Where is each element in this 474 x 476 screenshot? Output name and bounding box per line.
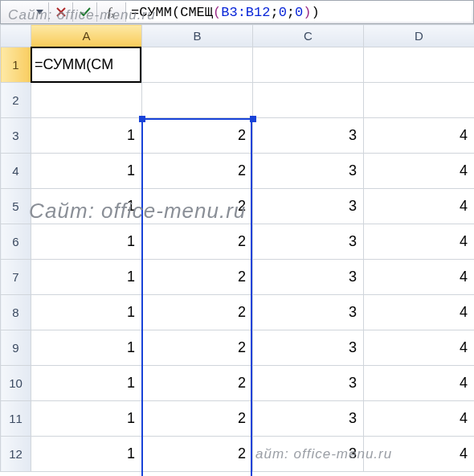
column-header-B[interactable]: B <box>142 25 253 47</box>
formula-range-ref: B3:B12 <box>221 5 270 20</box>
row-8: 8 1 2 3 4 <box>1 295 475 330</box>
cell-C9[interactable]: 3 <box>253 330 364 366</box>
cell-A5[interactable]: 1 <box>31 189 142 224</box>
cell-C3[interactable]: 3 <box>253 118 364 154</box>
cell-C5[interactable]: 3 <box>253 189 364 224</box>
cell-C1[interactable] <box>253 47 364 83</box>
formula-input[interactable]: =СУММ(СМЕЩ(B3:B12;0;0)) <box>126 2 472 22</box>
formula-paren: ( <box>213 5 221 20</box>
cell-D11[interactable]: 4 <box>364 401 475 437</box>
formula-sep: ; <box>287 5 295 20</box>
cell-B9[interactable]: 2 <box>142 330 253 366</box>
row-9: 9 1 2 3 4 <box>1 330 475 366</box>
cell-A4[interactable]: 1 <box>31 154 142 189</box>
cell-C7[interactable]: 3 <box>253 260 364 295</box>
cell-D8[interactable]: 4 <box>364 295 475 330</box>
cell-A11[interactable]: 1 <box>31 401 142 437</box>
row-header-9[interactable]: 9 <box>1 330 31 366</box>
cancel-formula-button[interactable] <box>49 2 73 22</box>
column-header-row: A B C D <box>1 25 475 47</box>
fx-icon: fx <box>108 6 115 19</box>
formula-text: =СУММ(СМЕЩ <box>131 5 213 20</box>
cell-D6[interactable]: 4 <box>364 224 475 260</box>
cell-D10[interactable]: 4 <box>364 366 475 401</box>
cell-A3[interactable]: 1 <box>31 118 142 154</box>
column-header-A[interactable]: A <box>31 25 142 47</box>
cell-A12[interactable]: 1 <box>31 437 142 472</box>
x-icon <box>56 7 66 17</box>
formula-arg: 0 <box>279 5 287 20</box>
row-7: 7 1 2 3 4 <box>1 260 475 295</box>
row-5: 5 1 2 3 4 <box>1 189 475 224</box>
insert-function-button[interactable]: fx <box>97 2 126 22</box>
cell-D1[interactable] <box>364 47 475 83</box>
name-box-dropdown[interactable] <box>2 2 49 22</box>
row-4: 4 1 2 3 4 <box>1 154 475 189</box>
spreadsheet-grid[interactable]: A B C D 1 =СУММ(СМ 2 3 <box>0 24 474 472</box>
cell-C2[interactable] <box>253 83 364 118</box>
row-header-11[interactable]: 11 <box>1 401 31 437</box>
cell-B4[interactable]: 2 <box>142 154 253 189</box>
cell-C6[interactable]: 3 <box>253 224 364 260</box>
cell-D7[interactable]: 4 <box>364 260 475 295</box>
row-3: 3 1 2 3 4 <box>1 118 475 154</box>
cell-A2[interactable] <box>31 83 142 118</box>
cell-B3[interactable]: 2 <box>142 118 253 154</box>
cell-A7[interactable]: 1 <box>31 260 142 295</box>
cell-D5[interactable]: 4 <box>364 189 475 224</box>
cell-C11[interactable]: 3 <box>253 401 364 437</box>
cell-A10[interactable]: 1 <box>31 366 142 401</box>
formula-paren: ) <box>303 5 311 20</box>
cell-C4[interactable]: 3 <box>253 154 364 189</box>
cell-B6[interactable]: 2 <box>142 224 253 260</box>
row-header-8[interactable]: 8 <box>1 295 31 330</box>
row-header-2[interactable]: 2 <box>1 83 31 118</box>
cell-B8[interactable]: 2 <box>142 295 253 330</box>
row-header-5[interactable]: 5 <box>1 189 31 224</box>
cell-B12[interactable]: 2 <box>142 437 253 472</box>
row-6: 6 1 2 3 4 <box>1 224 475 260</box>
row-2: 2 <box>1 83 475 118</box>
cell-A9[interactable]: 1 <box>31 330 142 366</box>
select-all-corner[interactable] <box>1 25 31 47</box>
cell-C8[interactable]: 3 <box>253 295 364 330</box>
row-10: 10 1 2 3 4 <box>1 366 475 401</box>
formula-text: ) <box>311 5 319 20</box>
cell-A6[interactable]: 1 <box>31 224 142 260</box>
cell-D4[interactable]: 4 <box>364 154 475 189</box>
cell-C12[interactable]: 3 <box>253 437 364 472</box>
check-icon <box>80 7 91 17</box>
cell-B1[interactable] <box>142 47 253 83</box>
formula-sep: ; <box>270 5 278 20</box>
chevron-down-icon <box>36 10 43 14</box>
row-header-3[interactable]: 3 <box>1 118 31 154</box>
row-header-4[interactable]: 4 <box>1 154 31 189</box>
row-header-1[interactable]: 1 <box>1 47 31 83</box>
cell-B5[interactable]: 2 <box>142 189 253 224</box>
accept-formula-button[interactable] <box>73 2 97 22</box>
column-header-D[interactable]: D <box>364 25 475 47</box>
row-header-6[interactable]: 6 <box>1 224 31 260</box>
cell-A8[interactable]: 1 <box>31 295 142 330</box>
column-header-C[interactable]: C <box>253 25 364 47</box>
formula-arg: 0 <box>295 5 303 20</box>
row-header-7[interactable]: 7 <box>1 260 31 295</box>
cell-B11[interactable]: 2 <box>142 401 253 437</box>
cell-D2[interactable] <box>364 83 475 118</box>
cell-B10[interactable]: 2 <box>142 366 253 401</box>
cell-B7[interactable]: 2 <box>142 260 253 295</box>
cell-C10[interactable]: 3 <box>253 366 364 401</box>
cell-D9[interactable]: 4 <box>364 330 475 366</box>
formula-bar: fx =СУММ(СМЕЩ(B3:B12;0;0)) <box>0 0 474 24</box>
row-header-12[interactable]: 12 <box>1 437 31 472</box>
row-header-10[interactable]: 10 <box>1 366 31 401</box>
cell-D3[interactable]: 4 <box>364 118 475 154</box>
cell-D12[interactable]: 4 <box>364 437 475 472</box>
row-11: 11 1 2 3 4 <box>1 401 475 437</box>
row-1: 1 =СУММ(СМ <box>1 47 475 83</box>
cell-B2[interactable] <box>142 83 253 118</box>
row-12: 12 1 2 3 4 <box>1 437 475 472</box>
cell-A1[interactable]: =СУММ(СМ <box>31 47 142 83</box>
